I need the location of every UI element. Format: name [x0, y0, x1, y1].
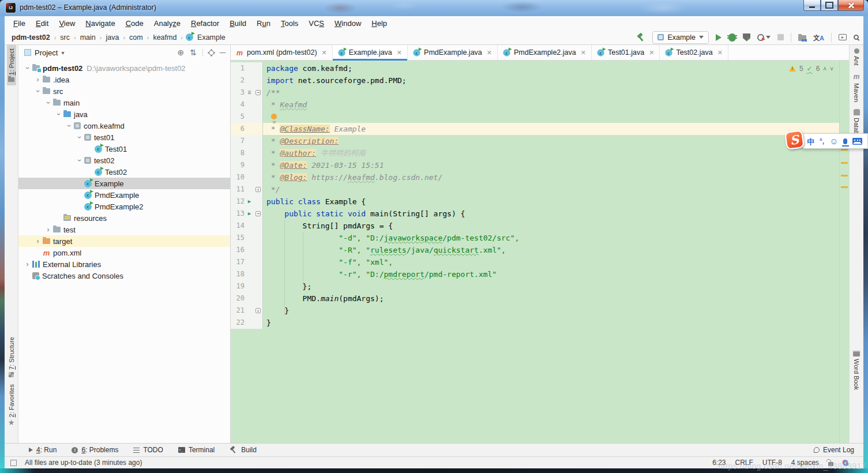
breadcrumb-item-Example[interactable]: Example: [196, 33, 227, 42]
code-text[interactable]: PMD.main(pmdArgs);: [263, 292, 839, 305]
menu-tools[interactable]: Tools: [276, 18, 303, 29]
code-text[interactable]: /**: [263, 87, 839, 99]
tree-item-src[interactable]: ›src: [18, 85, 230, 97]
run-gutter-icon[interactable]: ▶: [245, 199, 254, 204]
tool-stripe-maven[interactable]: mMaven: [852, 69, 861, 106]
toggle-tool-buttons-icon[interactable]: [10, 460, 17, 466]
code-text[interactable]: "-R", "rulesets/java/quickstart.xml",: [263, 244, 839, 256]
tree-item-test01[interactable]: cTest01: [18, 143, 230, 155]
code-text[interactable]: String[] pmdArgs = {: [263, 220, 839, 232]
run-config-select[interactable]: Example: [652, 31, 709, 44]
tool-window-button-6-problems[interactable]: !6: Problems: [72, 446, 118, 454]
chevron-down-icon[interactable]: ▾: [61, 50, 64, 56]
prev-issue-icon[interactable]: ˄: [823, 66, 826, 72]
code-line-8[interactable]: 8 * @author: 牛哄哄的柯南: [231, 147, 839, 159]
code-line-3[interactable]: 3≣/**: [231, 87, 839, 99]
locate-file-icon[interactable]: ⊕: [178, 48, 185, 57]
code-text[interactable]: * Keafmd: [263, 99, 839, 111]
tree-item-pmdexample2[interactable]: cPmdExample2: [18, 201, 230, 212]
run-anything-icon[interactable]: [839, 34, 847, 40]
tab-test01-java[interactable]: cTest01.java✕: [592, 45, 660, 60]
code-line-21[interactable]: 21 }: [231, 305, 839, 317]
code-line-2[interactable]: 2import net.sourceforge.pmd.PMD;: [231, 74, 839, 87]
tree-item-pmdexample[interactable]: cPmdExample: [18, 189, 230, 201]
code-text[interactable]: * @Blog: https://keafmd.blog.csdn.net/: [263, 171, 839, 183]
code-line-20[interactable]: 20 PMD.main(pmdArgs);: [231, 292, 839, 305]
menu-file[interactable]: File: [8, 18, 31, 29]
code-text[interactable]: * @Description:: [263, 135, 839, 147]
code-line-11[interactable]: 11 */: [231, 183, 839, 196]
chevron-collapsed-icon[interactable]: ›: [45, 226, 51, 234]
code-line-18[interactable]: 18 "-r", "D:/pmdreport/pmd-report.xml": [231, 268, 839, 280]
fold-end-icon[interactable]: [254, 308, 262, 313]
line-ending-widget[interactable]: CRLF: [735, 459, 753, 467]
code-text[interactable]: * @Date: 2021-03-15 15:51: [263, 159, 839, 171]
chevron-expanded-icon[interactable]: ›: [24, 65, 32, 72]
code-area[interactable]: 1package com.keafmd;2import net.sourcefo…: [231, 61, 839, 443]
tree-item-external-libraries[interactable]: ›External Libraries: [18, 258, 230, 270]
tree-item-test01[interactable]: ›test01: [18, 132, 230, 143]
code-text[interactable]: public class Example {: [263, 196, 839, 208]
ime-emoji-icon[interactable]: ☺: [829, 136, 838, 146]
menu-help[interactable]: Help: [366, 18, 392, 29]
close-icon[interactable]: ✕: [322, 49, 327, 57]
code-line-4[interactable]: 4 * Keafmd: [231, 99, 839, 111]
intention-bulb-icon[interactable]: [271, 114, 277, 119]
code-line-14[interactable]: 14 String[] pmdArgs = {: [231, 220, 839, 232]
hide-panel-icon[interactable]: ─: [220, 48, 226, 57]
close-button[interactable]: [838, 0, 864, 11]
tool-stripe-word-book[interactable]: Word Book: [852, 347, 861, 393]
chevron-collapsed-icon[interactable]: ›: [35, 76, 41, 84]
breadcrumb-item-com[interactable]: com: [128, 33, 144, 42]
tree-item-scratches-and-consoles[interactable]: Scratches and Consoles: [18, 270, 230, 281]
fold-end-icon[interactable]: [254, 187, 262, 192]
close-icon[interactable]: ✕: [717, 49, 723, 57]
code-text[interactable]: "-d", "D:/javaworkspace/pdm-test02/src",: [263, 232, 839, 244]
error-stripe[interactable]: [839, 61, 849, 443]
menu-navigate[interactable]: Navigate: [80, 18, 120, 29]
tool-stripe-1-project[interactable]: 1: Project: [7, 45, 16, 85]
code-text[interactable]: public static void main(String[] args) {: [263, 208, 839, 220]
code-line-22[interactable]: 22}: [231, 317, 839, 329]
tool-window-button-terminal[interactable]: >_Terminal: [178, 446, 215, 454]
tool-window-button-4-run[interactable]: 4: Run: [29, 446, 57, 454]
menu-edit[interactable]: Edit: [31, 18, 54, 29]
code-line-17[interactable]: 17 "-f", "xml",: [231, 256, 839, 268]
close-icon[interactable]: ✕: [649, 49, 654, 57]
restore-button[interactable]: [821, 0, 838, 11]
close-icon[interactable]: ✕: [487, 49, 492, 57]
menu-window[interactable]: Window: [329, 18, 366, 29]
tab-example-java[interactable]: cExample.java✕: [333, 45, 408, 60]
menu-analyze[interactable]: Analyze: [149, 18, 186, 29]
tab-pom-xml-pdm-test02-[interactable]: mpom.xml (pdm-test02)✕: [231, 45, 333, 60]
fold-marker-icon[interactable]: [254, 90, 262, 95]
chevron-expanded-icon[interactable]: ›: [76, 134, 84, 141]
collapse-all-icon[interactable]: ⇅: [190, 48, 197, 57]
chevron-expanded-icon[interactable]: ›: [65, 123, 73, 129]
profiler-button[interactable]: [757, 34, 771, 41]
chevron-expanded-icon[interactable]: ›: [44, 100, 52, 106]
caret-position-widget[interactable]: 6:23: [712, 459, 726, 467]
breadcrumb-item-keafmd[interactable]: keafmd: [152, 33, 178, 42]
breadcrumb-item-main[interactable]: main: [79, 33, 97, 42]
code-text[interactable]: };: [263, 280, 839, 292]
readonly-lock-icon[interactable]: [828, 462, 833, 466]
tree-item-test02[interactable]: cTest02: [18, 166, 230, 178]
menu-run[interactable]: Run: [251, 18, 276, 29]
menu-vcs[interactable]: VCS: [303, 18, 329, 29]
breadcrumb-item-pdm-test02[interactable]: pdm-test02: [10, 33, 51, 42]
tab-pmdexample-java[interactable]: cPmdExample.java✕: [408, 45, 498, 60]
code-text[interactable]: }: [263, 317, 839, 329]
event-log-button[interactable]: Event Log: [814, 446, 854, 454]
ime-microphone-icon[interactable]: [843, 138, 847, 144]
code-text[interactable]: import net.sourceforge.pmd.PMD;: [263, 74, 839, 87]
warning-tick[interactable]: [841, 162, 848, 164]
google-translate-icon[interactable]: G: [843, 459, 848, 467]
chevron-expanded-icon[interactable]: ›: [34, 88, 42, 95]
translate-icon[interactable]: 文A: [813, 33, 824, 42]
tree-item-test02[interactable]: ›test02: [18, 155, 230, 166]
code-line-7[interactable]: 7 * @Description:: [231, 135, 839, 147]
tab-test02-java[interactable]: cTest02.java✕: [660, 45, 728, 60]
fold-marker-icon[interactable]: [254, 211, 262, 216]
next-issue-icon[interactable]: ˅: [830, 66, 833, 72]
